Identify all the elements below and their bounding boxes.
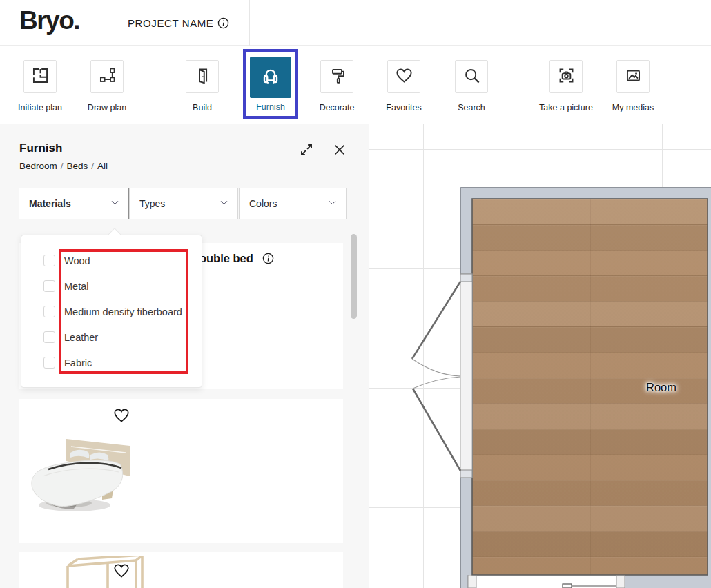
option-row-fabric: Fabric [21, 357, 202, 369]
room-walls [369, 124, 711, 588]
tool-label: Draw plan [74, 103, 140, 112]
expand-icon [298, 141, 315, 161]
toolbar-divider [520, 46, 520, 124]
project-name-label: PROJECT NAME [128, 17, 213, 29]
option-label: Fabric [64, 357, 92, 369]
filter-materials[interactable]: Materials [19, 188, 129, 219]
popup-notch [108, 228, 121, 242]
checkbox-leather[interactable] [43, 331, 55, 343]
room-label[interactable]: Room [634, 381, 689, 394]
option-row-mdf: Medium density fiberboard [21, 306, 202, 318]
favorite-heart-icon[interactable] [113, 406, 130, 427]
materials-dropdown-popup: Wood Metal Medium density fiberboard Lea… [21, 235, 202, 388]
product-title: Double bed [191, 252, 275, 268]
tool-search[interactable]: Search [438, 46, 505, 112]
header: Bryo. PROJECT NAME [0, 0, 711, 46]
chevron-down-icon [327, 197, 338, 210]
close-panel-button[interactable] [329, 141, 350, 161]
floor-plan-canvas[interactable]: Room [369, 124, 711, 588]
heart-icon [395, 66, 413, 88]
tool-my-medias[interactable]: My medias [600, 46, 666, 112]
product-image-bed [25, 425, 156, 528]
breadcrumb-separator: / [61, 161, 64, 171]
toolbar: Initiate plan Draw plan Build [0, 46, 711, 124]
info-icon[interactable] [217, 17, 230, 32]
tool-build[interactable]: Build [169, 46, 235, 112]
option-label: Leather [64, 332, 98, 343]
furnish-selected-box [250, 57, 291, 98]
breadcrumb-bedroom[interactable]: Bedroom [19, 161, 57, 171]
tool-furnish-selected[interactable]: Furnish [243, 49, 298, 119]
tool-label: Initiate plan [7, 103, 73, 112]
option-row-metal: Metal [21, 280, 202, 293]
floor-plan-icon [31, 66, 50, 88]
product-card-four-poster-bed[interactable] [19, 552, 343, 588]
header-divider [249, 0, 250, 46]
nodes-icon [98, 66, 117, 88]
image-icon [624, 66, 643, 88]
furnish-panel: Furnish Bedroom/Beds/All Materials Types [0, 124, 369, 588]
breadcrumb: Bedroom/Beds/All [19, 161, 108, 171]
breadcrumb-all[interactable]: All [97, 161, 108, 171]
tool-label: Take a picture [528, 103, 604, 112]
tool-favorites[interactable]: Favorites [371, 46, 437, 112]
tool-label: Build [169, 103, 235, 112]
camera-icon [557, 66, 576, 88]
armchair-icon [260, 66, 281, 89]
option-label: Metal [64, 281, 88, 292]
checkbox-wood[interactable] [43, 255, 55, 266]
checkbox-mdf[interactable] [43, 306, 55, 317]
expand-panel-button[interactable] [296, 141, 317, 161]
filter-label: Types [139, 198, 165, 209]
breadcrumb-separator: / [91, 161, 94, 171]
tool-initiate-plan[interactable]: Initiate plan [7, 46, 73, 112]
breadcrumb-beds[interactable]: Beds [67, 161, 88, 171]
filter-label: Materials [29, 198, 71, 209]
tool-label: Favorites [371, 103, 437, 112]
option-label: Medium density fiberboard [64, 306, 182, 317]
paint-roller-icon [328, 66, 347, 88]
option-row-leather: Leather [21, 331, 202, 344]
tool-label: Furnish [246, 102, 295, 112]
close-icon [331, 141, 348, 161]
project-name: PROJECT NAME [128, 17, 230, 32]
panel-scrollbar-thumb[interactable] [351, 234, 357, 319]
filter-label: Colors [249, 198, 277, 209]
checkbox-fabric[interactable] [43, 357, 55, 369]
filter-colors[interactable]: Colors [239, 188, 347, 219]
product-image-bed-frame [50, 556, 188, 588]
app-logo: Bryo. [19, 6, 79, 35]
option-row-wood: Wood [21, 255, 202, 267]
tool-take-picture[interactable]: Take a picture [528, 46, 604, 112]
tool-draw-plan[interactable]: Draw plan [74, 46, 140, 112]
info-icon[interactable] [262, 252, 275, 268]
toolbar-divider [157, 46, 157, 124]
chevron-down-icon [219, 197, 229, 210]
open-door-icon [193, 66, 212, 88]
magnifier-icon [462, 66, 481, 88]
tool-label: My medias [600, 103, 666, 112]
panel-title: Furnish [19, 141, 62, 155]
tool-label: Search [438, 103, 505, 112]
app-window: Bryo. PROJECT NAME Initiate plan [0, 0, 711, 588]
filter-types[interactable]: Types [129, 188, 238, 219]
chevron-down-icon [110, 197, 120, 210]
option-label: Wood [64, 255, 90, 266]
product-card-bed[interactable] [19, 399, 343, 543]
tool-decorate[interactable]: Decorate [304, 46, 370, 112]
checkbox-metal[interactable] [43, 280, 55, 292]
tool-label: Decorate [304, 103, 370, 112]
